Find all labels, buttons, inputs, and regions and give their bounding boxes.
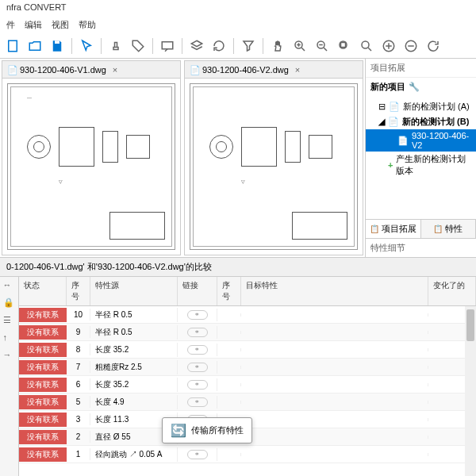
- cell-link[interactable]: ⚭: [178, 396, 217, 409]
- tree-plan-a[interactable]: ⊟ 📄 新的检测计划 (A): [366, 99, 476, 114]
- cell-src: 半径 R 0.5: [90, 325, 178, 340]
- cell-num: 3: [67, 413, 90, 425]
- cell-num: 2: [67, 431, 90, 443]
- project-title: 新的项目 🔧: [366, 78, 476, 96]
- cell-num: 5: [67, 396, 90, 408]
- compare-grid: 状态 序号 特性源 链接 序号 目标特性 变化了的 没有联系 10 半径 R 0…: [19, 277, 476, 476]
- minus-box-icon: ⊟: [378, 102, 386, 112]
- status-badge: 没有联系: [19, 395, 67, 409]
- tab-right-label[interactable]: 930-1200-406-V2.dwg: [202, 65, 289, 75]
- comment-icon[interactable]: [158, 36, 177, 56]
- arrow-icon[interactable]: ↔: [3, 280, 16, 293]
- cell-link[interactable]: ⚭: [178, 361, 217, 374]
- cell-num: 10: [67, 309, 90, 321]
- cell-tgt: [241, 436, 428, 439]
- plus-icon[interactable]: [379, 36, 398, 56]
- cell-tgt: [241, 418, 428, 421]
- save-icon[interactable]: [48, 36, 67, 56]
- col-num2[interactable]: 序号: [217, 277, 241, 305]
- col-src[interactable]: 特性源: [90, 277, 178, 305]
- cell-num2: [217, 383, 241, 386]
- tree-new-version[interactable]: + 产生新的检测计划版本: [366, 152, 476, 178]
- drawing-left[interactable]: — ▽: [2, 79, 180, 255]
- close-icon[interactable]: ×: [295, 65, 300, 75]
- pointer-icon[interactable]: [77, 36, 96, 56]
- cell-num2: [217, 453, 241, 456]
- status-badge: 没有联系: [19, 430, 67, 444]
- cell-link[interactable]: ⚭: [178, 326, 217, 339]
- menu-view[interactable]: 视图: [52, 19, 69, 32]
- file-icon: 📄: [7, 65, 17, 75]
- file-icon: 📄: [190, 65, 199, 75]
- tab-expand[interactable]: 📋 项目拓展: [366, 220, 421, 238]
- lock-icon[interactable]: 🔒: [3, 298, 16, 310]
- svg-rect-6: [341, 42, 346, 47]
- cell-tgt: [241, 331, 428, 334]
- filter-icon[interactable]: [239, 36, 258, 56]
- zoom-fit-icon[interactable]: [335, 36, 354, 56]
- cell-tgt: [241, 366, 428, 369]
- tab-left-label[interactable]: 930-1200-406-V1.dwg: [20, 65, 106, 75]
- scrollbar[interactable]: [465, 306, 476, 476]
- cell-src: 粗糙度Rz 2.5: [90, 360, 178, 374]
- zoom-window-icon[interactable]: [357, 36, 376, 56]
- window-title: nfra CONVERT: [0, 0, 476, 17]
- cell-num: 9: [67, 326, 90, 338]
- zoom-out-icon[interactable]: [313, 36, 332, 56]
- cell-num2: [217, 331, 241, 334]
- table-row[interactable]: 没有联系 6 长度 35.2 ⚭: [19, 376, 476, 393]
- rotate-icon[interactable]: [424, 36, 443, 56]
- transfer-all-button[interactable]: 🔄 传输所有特性: [162, 417, 252, 443]
- viewer-right: 📄 930-1200-406-V2.dwg × ▽: [184, 60, 363, 255]
- stamp-icon[interactable]: [106, 36, 125, 56]
- col-num[interactable]: 序号: [67, 277, 90, 305]
- table-row[interactable]: 没有联系 5 长度 4.9 ⚭: [19, 393, 476, 411]
- cell-link[interactable]: ⚭: [178, 378, 217, 391]
- col-status[interactable]: 状态: [19, 277, 67, 305]
- table-row[interactable]: 没有联系 1 径向跳动 ↗ 0.05 A ⚭: [19, 446, 476, 463]
- close-icon[interactable]: ×: [113, 65, 117, 75]
- cell-link[interactable]: ⚭: [178, 309, 217, 321]
- cell-num2: [217, 313, 241, 317]
- layers-icon[interactable]: [187, 36, 206, 56]
- cell-link[interactable]: ⚭: [178, 344, 217, 356]
- svg-rect-1: [55, 40, 60, 44]
- col-chg[interactable]: 变化了的: [428, 277, 476, 305]
- table-row[interactable]: 没有联系 9 半径 R 0.5 ⚭: [19, 324, 476, 341]
- table-row[interactable]: 没有联系 7 粗糙度Rz 2.5 ⚭: [19, 359, 476, 376]
- col-link[interactable]: 链接: [178, 277, 217, 305]
- col-tgt[interactable]: 目标特性: [241, 277, 428, 305]
- tab-props[interactable]: 📋 特性: [421, 220, 477, 238]
- minus-icon[interactable]: [401, 36, 420, 56]
- status-badge: 没有联系: [19, 325, 67, 340]
- menu-bar: 件 编辑 视图 帮助: [0, 17, 476, 33]
- cell-num: 6: [67, 378, 90, 390]
- refresh-icon[interactable]: [209, 36, 228, 56]
- cell-src: 径向跳动 ↗ 0.05 A: [90, 447, 178, 462]
- drawing-right[interactable]: ▽: [185, 79, 363, 255]
- table-row[interactable]: 没有联系 10 半径 R 0.5 ⚭: [19, 306, 476, 324]
- cell-tgt: [241, 348, 428, 351]
- project-tree: ⊟ 📄 新的检测计划 (A) ◢ 📄 新的检测计划 (B) 📄 930-1200…: [366, 96, 476, 219]
- menu-edit[interactable]: 编辑: [25, 19, 42, 32]
- tag-icon[interactable]: [129, 36, 148, 56]
- tree-file[interactable]: 📄 930-1200-406-V2: [366, 129, 476, 152]
- status-badge: 没有联系: [19, 360, 67, 374]
- menu-file[interactable]: 件: [6, 19, 15, 32]
- cell-num2: [217, 366, 241, 369]
- cell-tgt: [241, 401, 428, 404]
- table-row[interactable]: 没有联系 8 长度 35.2 ⚭: [19, 341, 476, 359]
- svg-point-7: [362, 41, 369, 48]
- up-icon[interactable]: ↑: [3, 332, 16, 345]
- zoom-in-icon[interactable]: [290, 36, 309, 56]
- open-icon[interactable]: [25, 36, 44, 56]
- right-icon[interactable]: →: [3, 350, 16, 363]
- new-icon[interactable]: [3, 36, 22, 56]
- tree-plan-b[interactable]: ◢ 📄 新的检测计划 (B): [366, 114, 476, 129]
- cell-src: 半径 R 0.5: [90, 308, 178, 322]
- pan-icon[interactable]: [268, 36, 287, 56]
- detail-header: 特性细节: [366, 238, 476, 257]
- menu-help[interactable]: 帮助: [79, 19, 96, 32]
- cell-link[interactable]: ⚭: [178, 448, 217, 461]
- list-icon[interactable]: ☰: [3, 315, 16, 328]
